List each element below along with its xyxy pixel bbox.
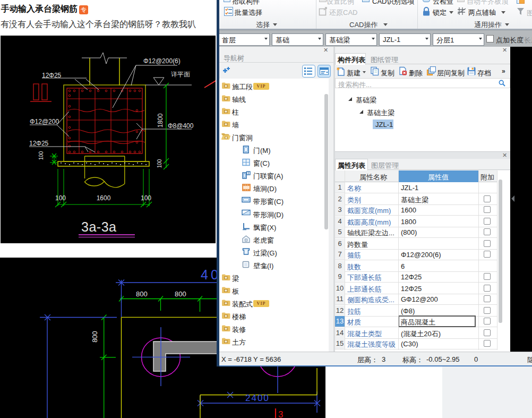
svg-text:2400: 2400 <box>245 393 270 403</box>
svg-text:Φ12@200(6): Φ12@200(6) <box>143 57 181 65</box>
svg-text:100: 100 <box>141 194 151 202</box>
svg-text:100: 100 <box>157 159 162 168</box>
svg-text:100: 100 <box>38 151 44 160</box>
svg-text:Φ8@400: Φ8@400 <box>168 122 194 130</box>
svg-text:100: 100 <box>55 194 66 202</box>
svg-text:12Φ25: 12Φ25 <box>42 72 62 79</box>
svg-text:3: 3 <box>278 410 283 418</box>
svg-text:1600: 1600 <box>97 194 111 202</box>
svg-text:Φ12@200: Φ12@200 <box>30 118 59 125</box>
svg-text:12Φ25: 12Φ25 <box>29 140 49 147</box>
svg-text:800: 800 <box>175 290 186 298</box>
svg-text:1800: 1800 <box>157 113 164 127</box>
svg-text:3a-3a: 3a-3a <box>81 219 116 234</box>
svg-text:详平面: 详平面 <box>171 71 190 78</box>
svg-text:800: 800 <box>91 331 99 343</box>
svg-text:800: 800 <box>136 290 148 298</box>
